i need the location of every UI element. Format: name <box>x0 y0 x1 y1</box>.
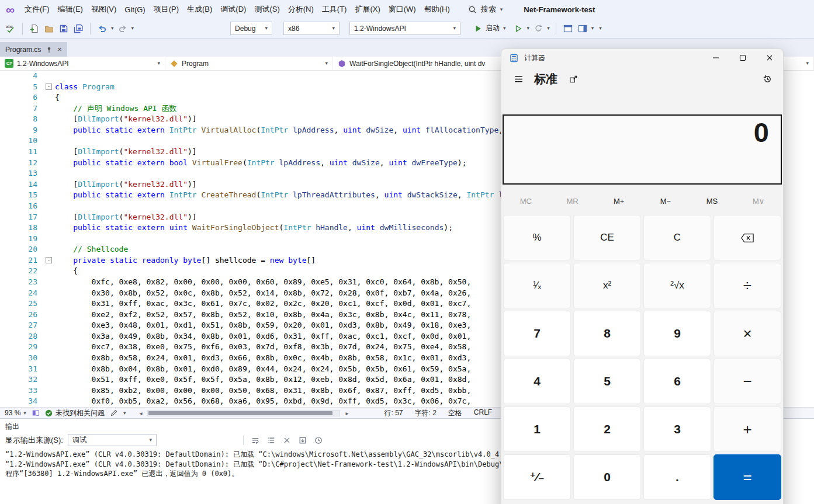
eol-indicator[interactable]: CRLF <box>474 408 492 418</box>
calc-key-square[interactable]: x² <box>573 263 641 308</box>
calc-key-multiply[interactable]: × <box>713 311 781 356</box>
calc-memory-clear[interactable]: MC <box>503 189 549 213</box>
scrollbar-thumb[interactable] <box>148 411 332 415</box>
calc-key-eight[interactable]: 8 <box>573 311 641 356</box>
calc-key-percent[interactable]: % <box>503 215 571 260</box>
calc-key-four[interactable]: 4 <box>503 359 571 404</box>
clear-output-icon[interactable] <box>283 436 291 444</box>
scroll-left-icon[interactable]: ◂ <box>139 410 142 416</box>
char-indicator[interactable]: 字符: 2 <box>415 408 437 418</box>
calc-key-add[interactable]: + <box>713 406 781 452</box>
menu-item[interactable]: Git(G) <box>120 3 149 16</box>
timestamp-icon[interactable] <box>314 436 323 444</box>
calc-key-subtract[interactable]: − <box>713 359 781 404</box>
calc-key-reciprocal[interactable]: ¹⁄ₓ <box>503 263 571 308</box>
calc-key-square-root[interactable]: ²√x <box>643 263 711 308</box>
calc-memory-store[interactable]: MS <box>689 189 736 213</box>
scroll-right-icon[interactable]: ▸ <box>345 410 348 416</box>
calc-memory-add[interactable]: M+ <box>595 189 642 213</box>
start-debug-button[interactable]: 启动 ▾ <box>470 22 510 36</box>
tab-program-cs[interactable]: Program.cs × <box>0 42 67 57</box>
menu-item[interactable]: 调试(D) <box>216 2 250 17</box>
save-all-icon[interactable] <box>72 22 84 36</box>
calculator-mode-label[interactable]: 标准 <box>534 71 557 87</box>
minimize-button[interactable] <box>702 49 729 67</box>
startup-project-combo[interactable]: 1.2-WindowsAPI▾ <box>349 22 460 35</box>
menu-item[interactable]: 生成(B) <box>183 2 216 17</box>
menu-item[interactable]: 文件(F) <box>20 2 54 17</box>
debug-config-combo[interactable]: Debug▾ <box>230 22 272 35</box>
menu-item[interactable]: 扩展(X) <box>351 2 384 17</box>
redo-icon[interactable] <box>117 22 129 36</box>
save-icon[interactable] <box>58 22 70 36</box>
toggle-autoscroll-icon[interactable] <box>299 436 307 444</box>
calc-memory-subtract[interactable]: M− <box>642 189 689 213</box>
calc-key-nine[interactable]: 9 <box>643 311 711 356</box>
calc-key-backspace[interactable] <box>713 215 781 260</box>
calc-memory-recall[interactable]: MR <box>549 189 596 213</box>
calc-key-seven[interactable]: 7 <box>503 311 571 356</box>
calc-key-one[interactable]: 1 <box>503 406 571 452</box>
menu-item[interactable]: 编辑(E) <box>54 2 87 17</box>
menu-item[interactable]: 测试(S) <box>250 2 283 17</box>
calc-key-five[interactable]: 5 <box>573 359 641 404</box>
calculator-titlebar[interactable]: 计算器 <box>501 49 783 67</box>
history-icon[interactable] <box>760 71 775 86</box>
close-button[interactable] <box>756 49 783 67</box>
new-file-icon[interactable] <box>29 22 40 36</box>
window-layout-caret-icon[interactable]: ▾ <box>591 26 594 31</box>
calc-key-three[interactable]: 3 <box>643 406 711 452</box>
undo-caret-icon[interactable]: ▾ <box>111 26 114 31</box>
calc-key-clear[interactable]: C <box>643 215 711 260</box>
spell-check-icon[interactable]: abc <box>5 22 16 36</box>
spaces-indicator[interactable]: 空格 <box>448 408 462 418</box>
calc-key-decimal[interactable]: . <box>643 454 711 500</box>
menu-item[interactable]: 窗口(W) <box>385 2 420 17</box>
project-dropdown[interactable]: C# 1.2-WindowsAPI ▾ <box>0 57 165 70</box>
pen-icon[interactable] <box>110 409 118 417</box>
editor-window-icon[interactable] <box>562 22 574 36</box>
keep-on-top-icon[interactable] <box>566 71 581 86</box>
pen-caret-icon[interactable]: ▾ <box>123 411 126 416</box>
line-number: 22 <box>0 266 44 277</box>
menu-item[interactable]: 帮助(H) <box>420 2 454 17</box>
menu-item[interactable]: 视图(V) <box>87 2 120 17</box>
menu-item[interactable]: 分析(N) <box>284 2 318 17</box>
calc-key-negate[interactable]: ⁺⁄₋ <box>503 454 571 500</box>
maximize-button[interactable] <box>729 49 756 67</box>
tab-close-icon[interactable]: × <box>57 46 62 53</box>
hot-reload-caret-icon[interactable]: ▾ <box>547 26 550 31</box>
toolbar-overflow-icon[interactable]: ▾ <box>599 26 602 31</box>
line-numbers-icon[interactable] <box>267 436 275 444</box>
start-without-debug-icon[interactable] <box>512 22 524 36</box>
collapse-icon[interactable]: - <box>46 84 52 90</box>
split-compare-icon[interactable] <box>32 409 40 417</box>
search-control[interactable]: 搜索 ▾ <box>463 2 508 16</box>
menu-item[interactable]: 项目(P) <box>150 2 183 17</box>
undo-icon[interactable] <box>96 22 108 36</box>
health-indicator[interactable]: 未找到相关问题 <box>45 408 105 418</box>
collapse-icon[interactable]: - <box>46 257 52 263</box>
redo-caret-icon[interactable]: ▾ <box>131 26 134 31</box>
calc-memory-flyout[interactable]: M∨ <box>735 189 782 213</box>
hamburger-menu-icon[interactable] <box>511 71 526 86</box>
calc-key-zero[interactable]: 0 <box>573 454 641 500</box>
menu-item[interactable]: 工具(T) <box>318 2 351 17</box>
window-layout-icon[interactable] <box>577 22 588 36</box>
pin-icon[interactable] <box>46 46 53 53</box>
calc-key-two[interactable]: 2 <box>573 406 641 452</box>
calc-key-clear-entry[interactable]: CE <box>573 215 641 260</box>
line-indicator[interactable]: 行: 57 <box>384 408 403 418</box>
open-file-icon[interactable] <box>43 22 55 36</box>
calc-key-equals[interactable]: = <box>713 454 781 500</box>
wrap-lines-icon[interactable] <box>251 436 259 444</box>
calc-key-six[interactable]: 6 <box>643 359 711 404</box>
type-dropdown[interactable]: Program ▾ <box>165 57 333 70</box>
calc-key-divide[interactable]: ÷ <box>713 263 781 308</box>
horizontal-scrollbar[interactable] <box>147 410 340 416</box>
hot-reload-icon[interactable] <box>532 22 544 36</box>
platform-combo[interactable]: x86▾ <box>283 22 340 35</box>
zoom-control[interactable]: 93 % ▾ <box>5 409 26 417</box>
output-source-dropdown[interactable]: 调试 ▾ <box>68 434 157 446</box>
start-without-debug-caret-icon[interactable]: ▾ <box>527 26 530 31</box>
